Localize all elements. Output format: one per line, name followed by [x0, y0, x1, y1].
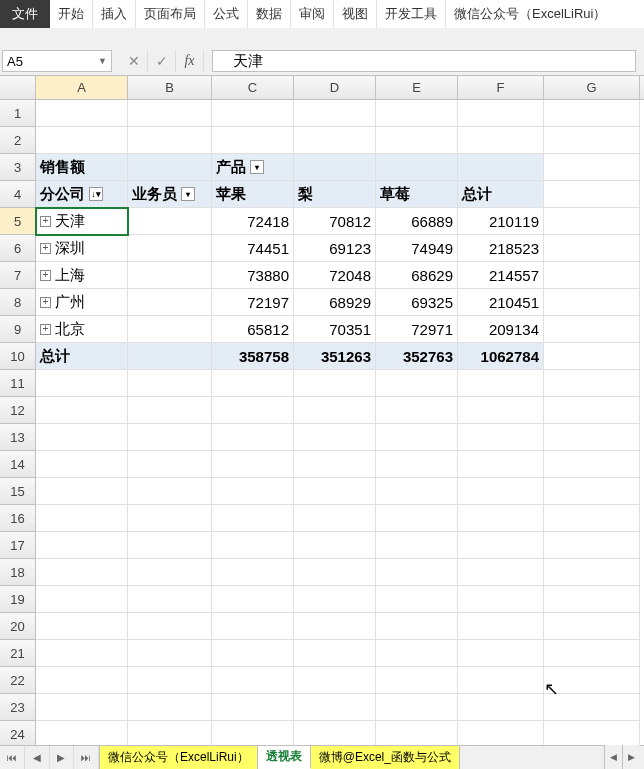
cell-F18[interactable] — [458, 559, 544, 586]
cell-G20[interactable] — [544, 613, 640, 640]
cell-A3[interactable]: 销售额 — [36, 154, 128, 181]
cell-D19[interactable] — [294, 586, 376, 613]
cell-A22[interactable] — [36, 667, 128, 694]
cell-F7[interactable]: 214557 — [458, 262, 544, 289]
cell-B22[interactable] — [128, 667, 212, 694]
cell-A8[interactable]: +广州 — [36, 289, 128, 316]
cell-D18[interactable] — [294, 559, 376, 586]
cell-G19[interactable] — [544, 586, 640, 613]
sort-filter-icon[interactable]: ↓▾ — [89, 187, 103, 201]
row-header-3[interactable]: 3 — [0, 154, 36, 181]
cell-D5[interactable]: 70812 — [294, 208, 376, 235]
col-header-A[interactable]: A — [36, 76, 128, 99]
cell-G10[interactable] — [544, 343, 640, 370]
cell-G2[interactable] — [544, 127, 640, 154]
hscroll[interactable]: ◀▶ — [604, 745, 644, 769]
sheet-tab-pivot[interactable]: 透视表 — [258, 746, 311, 769]
menu-review[interactable]: 审阅 — [291, 0, 334, 28]
cell-C8[interactable]: 72197 — [212, 289, 294, 316]
cell-B10[interactable] — [128, 343, 212, 370]
cell-G13[interactable] — [544, 424, 640, 451]
row-header-24[interactable]: 24 — [0, 721, 36, 748]
row-header-4[interactable]: 4 — [0, 181, 36, 208]
cell-G3[interactable] — [544, 154, 640, 181]
cell-F8[interactable]: 210451 — [458, 289, 544, 316]
cell-C14[interactable] — [212, 451, 294, 478]
cell-B17[interactable] — [128, 532, 212, 559]
row-header-5[interactable]: 5 — [0, 208, 36, 235]
cell-E12[interactable] — [376, 397, 458, 424]
cell-A2[interactable] — [36, 127, 128, 154]
fx-icon[interactable]: fx — [176, 50, 204, 72]
confirm-icon[interactable]: ✓ — [148, 50, 176, 72]
cell-B3[interactable] — [128, 154, 212, 181]
cell-G4[interactable] — [544, 181, 640, 208]
menu-insert[interactable]: 插入 — [93, 0, 136, 28]
cell-D10[interactable]: 351263 — [294, 343, 376, 370]
cell-D4[interactable]: 梨 — [294, 181, 376, 208]
filter-icon[interactable]: ▾ — [250, 160, 264, 174]
cell-F11[interactable] — [458, 370, 544, 397]
cell-A4[interactable]: 分公司↓▾ — [36, 181, 128, 208]
cell-A16[interactable] — [36, 505, 128, 532]
cell-C18[interactable] — [212, 559, 294, 586]
cell-F22[interactable] — [458, 667, 544, 694]
cell-E21[interactable] — [376, 640, 458, 667]
cell-B16[interactable] — [128, 505, 212, 532]
cell-C16[interactable] — [212, 505, 294, 532]
cell-A12[interactable] — [36, 397, 128, 424]
cell-E3[interactable] — [376, 154, 458, 181]
cell-D12[interactable] — [294, 397, 376, 424]
cell-C10[interactable]: 358758 — [212, 343, 294, 370]
name-box[interactable]: A5 ▼ — [2, 50, 112, 72]
cell-D3[interactable] — [294, 154, 376, 181]
menu-dev[interactable]: 开发工具 — [377, 0, 446, 28]
cell-C7[interactable]: 73880 — [212, 262, 294, 289]
row-header-12[interactable]: 12 — [0, 397, 36, 424]
cell-B11[interactable] — [128, 370, 212, 397]
cell-B13[interactable] — [128, 424, 212, 451]
row-header-18[interactable]: 18 — [0, 559, 36, 586]
cell-E4[interactable]: 草莓 — [376, 181, 458, 208]
cell-D14[interactable] — [294, 451, 376, 478]
cell-C13[interactable] — [212, 424, 294, 451]
tab-prev-icon[interactable]: ◀ — [25, 746, 50, 769]
row-header-17[interactable]: 17 — [0, 532, 36, 559]
tab-last-icon[interactable]: ⏭ — [74, 746, 99, 769]
cell-F3[interactable] — [458, 154, 544, 181]
col-header-D[interactable]: D — [294, 76, 376, 99]
cell-A23[interactable] — [36, 694, 128, 721]
sheet-tab-weibo[interactable]: 微博@Excel_函数与公式 — [311, 746, 460, 769]
cell-A21[interactable] — [36, 640, 128, 667]
row-header-8[interactable]: 8 — [0, 289, 36, 316]
cell-F19[interactable] — [458, 586, 544, 613]
cell-A20[interactable] — [36, 613, 128, 640]
cell-E15[interactable] — [376, 478, 458, 505]
cell-E9[interactable]: 72971 — [376, 316, 458, 343]
cell-A14[interactable] — [36, 451, 128, 478]
cell-D9[interactable]: 70351 — [294, 316, 376, 343]
cell-B24[interactable] — [128, 721, 212, 748]
cell-C6[interactable]: 74451 — [212, 235, 294, 262]
cell-C5[interactable]: 72418 — [212, 208, 294, 235]
menu-home[interactable]: 开始 — [50, 0, 93, 28]
cell-C2[interactable] — [212, 127, 294, 154]
cell-C21[interactable] — [212, 640, 294, 667]
cell-E17[interactable] — [376, 532, 458, 559]
menu-file[interactable]: 文件 — [0, 0, 50, 28]
cell-C9[interactable]: 65812 — [212, 316, 294, 343]
cell-G15[interactable] — [544, 478, 640, 505]
select-all-corner[interactable] — [0, 76, 36, 99]
cell-C24[interactable] — [212, 721, 294, 748]
cell-C3[interactable]: 产品▾ — [212, 154, 294, 181]
cell-F16[interactable] — [458, 505, 544, 532]
col-header-C[interactable]: C — [212, 76, 294, 99]
menu-formula[interactable]: 公式 — [205, 0, 248, 28]
sheet-tab-wechat[interactable]: 微信公众号（ExcelLiRui） — [100, 746, 258, 769]
cell-F5[interactable]: 210119 — [458, 208, 544, 235]
cell-C11[interactable] — [212, 370, 294, 397]
expand-icon[interactable]: + — [40, 243, 51, 254]
cell-D13[interactable] — [294, 424, 376, 451]
cell-D24[interactable] — [294, 721, 376, 748]
row-header-14[interactable]: 14 — [0, 451, 36, 478]
